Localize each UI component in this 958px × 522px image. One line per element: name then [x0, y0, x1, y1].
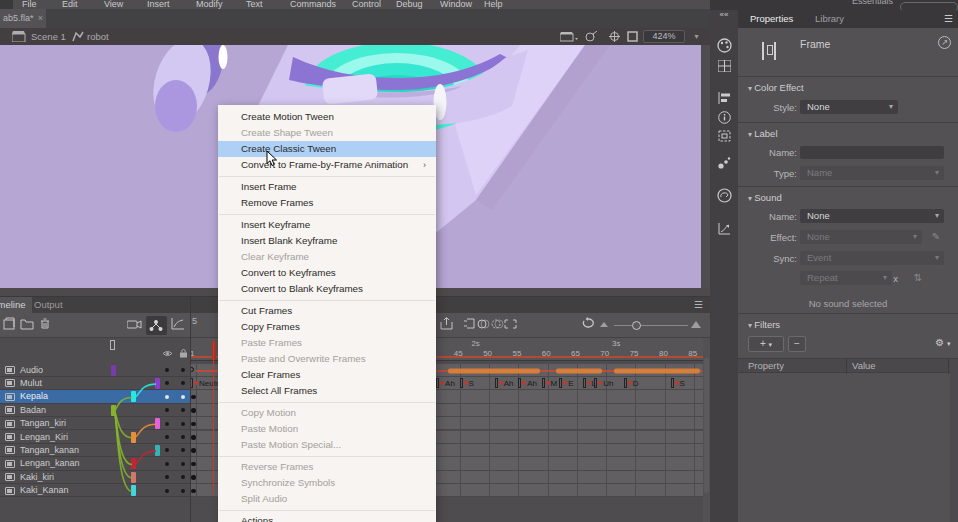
tab-output[interactable]: Output [34, 297, 63, 313]
layer-row-kaki_kanan[interactable]: Kaki_Kanan [0, 484, 190, 497]
timeline-panel-menu-icon[interactable]: ☰ [694, 299, 703, 310]
eye-column-icon[interactable] [162, 349, 173, 358]
transform-icon[interactable] [718, 130, 731, 142]
workspace-switcher[interactable]: Essentials [852, 0, 893, 6]
show-graph-icon[interactable] [171, 317, 186, 333]
menu-insert[interactable]: Insert [147, 0, 170, 9]
lock-column-icon[interactable] [179, 348, 188, 358]
menu-item-cut-frames[interactable]: Cut Frames [218, 303, 436, 319]
zoom-in-timeline-icon[interactable] [690, 317, 705, 333]
layer-row-badan[interactable]: Badan [0, 404, 190, 417]
layer-row-kaki_kiri[interactable]: Kaki_kiri [0, 471, 190, 484]
layer-parent-chip[interactable] [131, 432, 136, 443]
remove-filter-button[interactable]: − [788, 336, 806, 352]
filter-options-button[interactable]: ⚙ ▾ [926, 336, 958, 352]
sound-name-dropdown[interactable]: None▾ [800, 209, 944, 223]
clip-content-icon[interactable] [627, 31, 639, 42]
menu-item-clear-frames[interactable]: Clear Frames [218, 367, 436, 383]
layer-lock-dot[interactable] [181, 435, 185, 439]
layer-parent-chip[interactable] [155, 418, 160, 429]
search-input[interactable] [900, 2, 958, 10]
layer-visibility-dot[interactable] [165, 381, 169, 385]
menu-item-insert-keyframe[interactable]: Insert Keyframe [218, 217, 436, 233]
edit-multiple-frames-icon[interactable] [504, 317, 519, 333]
creative-cloud-icon[interactable] [717, 188, 732, 203]
layer-lock-dot[interactable] [181, 395, 185, 399]
menu-window[interactable]: Window [440, 0, 472, 9]
section-filters[interactable]: Filters [748, 319, 780, 330]
section-sound[interactable]: Sound [748, 192, 782, 203]
layer-visibility-dot[interactable] [165, 368, 169, 372]
layer-parent-chip[interactable] [155, 445, 160, 456]
menu-modify[interactable]: Modify [196, 0, 223, 9]
layer-row-audio[interactable]: Audio [0, 364, 190, 377]
new-layer-icon[interactable] [3, 317, 18, 333]
timeline-zoom-slider[interactable] [614, 325, 688, 326]
menu-item-actions[interactable]: Actions [218, 513, 436, 522]
layer-visibility-dot[interactable] [165, 475, 169, 479]
zoom-level-field[interactable]: 424% [643, 30, 685, 43]
layer-row-lengan_kiri[interactable]: Lengan_Kiri [0, 431, 190, 444]
layer-row-tangan_kiri[interactable]: Tangan_kiri [0, 417, 190, 430]
menu-item-select-all-frames[interactable]: Select All Frames [218, 383, 436, 399]
motion-graph-icon[interactable] [718, 222, 731, 235]
layer-visibility-dot[interactable] [165, 462, 169, 466]
stage-scrollbar-thumb[interactable] [702, 55, 707, 145]
timeline-scrollbar-thumb[interactable] [704, 358, 709, 493]
tab-close-icon[interactable]: × [38, 9, 43, 28]
tab-library[interactable]: Library [815, 10, 844, 28]
export-frames-icon[interactable] [440, 317, 455, 333]
collapse-dock-icon[interactable]: «« [710, 10, 738, 19]
layer-visibility-dot[interactable] [165, 489, 169, 493]
new-folder-icon[interactable] [20, 317, 35, 333]
stage-vertical-scrollbar[interactable] [701, 45, 710, 288]
style-dropdown[interactable]: None▾ [800, 100, 898, 114]
label-name-input[interactable] [800, 146, 944, 159]
camera-icon[interactable] [127, 317, 142, 333]
section-color-effect[interactable]: Color Effect [748, 82, 804, 93]
layer-parent-chip[interactable] [155, 378, 160, 389]
layer-lock-dot[interactable] [181, 422, 185, 426]
zoom-out-timeline-icon[interactable] [599, 317, 614, 333]
layer-visibility-dot[interactable] [165, 448, 169, 452]
menu-view[interactable]: View [104, 0, 123, 9]
layer-parent-chip[interactable] [131, 472, 136, 483]
swatches-icon[interactable] [718, 60, 731, 72]
align-icon[interactable] [718, 92, 731, 104]
timeline-vertical-scrollbar[interactable] [703, 338, 710, 522]
breadcrumb-scene[interactable]: Scene 1 [31, 28, 66, 45]
layer-parent-chip[interactable] [111, 405, 116, 416]
layer-lock-dot[interactable] [181, 408, 185, 412]
menu-commands[interactable]: Commands [290, 0, 336, 9]
layer-parent-chip[interactable] [131, 485, 136, 496]
layer-lock-dot[interactable] [181, 462, 185, 466]
layer-parent-chip[interactable] [111, 365, 116, 376]
layer-row-kepala[interactable]: Kepala [0, 390, 190, 403]
color-palette-icon[interactable] [717, 38, 732, 53]
panel-menu-icon[interactable]: ☰ [944, 10, 953, 28]
menu-item-create-classic-tween[interactable]: Create Classic Tween [218, 141, 436, 157]
edit-scene-icon[interactable] [560, 32, 578, 42]
layer-parent-chip[interactable] [131, 458, 136, 469]
layer-lock-dot[interactable] [181, 475, 185, 479]
layer-visibility-dot[interactable] [165, 395, 169, 399]
layer-visibility-dot[interactable] [165, 408, 169, 412]
layer-row-mulut[interactable]: Mulut [0, 377, 190, 390]
section-label[interactable]: Label [748, 128, 778, 139]
layer-visibility-dot[interactable] [165, 435, 169, 439]
info-icon[interactable] [718, 111, 731, 124]
menu-item-copy-frames[interactable]: Copy Frames [218, 319, 436, 335]
layer-frames-divider[interactable] [190, 297, 191, 522]
menu-item-convert-to-frame-by-frame-animation[interactable]: Convert to Frame-by-Frame Animation› [218, 157, 436, 173]
layer-parent-chip[interactable] [131, 391, 136, 402]
document-tab[interactable]: ab5.fla* × [0, 9, 46, 28]
menu-item-convert-to-blank-keyframes[interactable]: Convert to Blank Keyframes [218, 281, 436, 297]
menu-text[interactable]: Text [246, 0, 263, 9]
layer-visibility-dot[interactable] [165, 422, 169, 426]
menu-file[interactable]: File [22, 0, 37, 9]
onion-skin-icon[interactable] [477, 317, 492, 333]
menu-item-insert-blank-keyframe[interactable]: Insert Blank Keyframe [218, 233, 436, 249]
layer-lock-dot[interactable] [181, 489, 185, 493]
menu-edit[interactable]: Edit [62, 0, 78, 9]
menu-debug[interactable]: Debug [396, 0, 423, 9]
